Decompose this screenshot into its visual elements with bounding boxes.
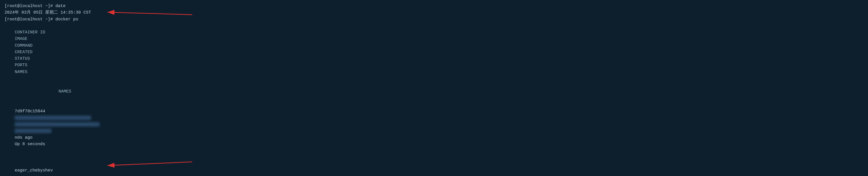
col-header-container-id: CONTAINER ID [15,29,59,36]
line-date-output: 2024年 03月 05日 星期二 14:35:30 CST [4,9,864,16]
prompt-dockerps-text: [root@localhost ~]# docker ps [4,17,78,22]
col-header-image: IMAGE [15,36,94,42]
line-prompt-date: [root@localhost ~]# date [4,3,864,9]
line-prompt-dockerps: [root@localhost ~]# docker ps [4,16,864,23]
terminal-window: [root@localhost ~]# date 2024年 03月 05日 星… [0,0,868,176]
names-indent-label: NAMES [59,89,71,94]
col-header-created: CREATED [15,49,71,55]
row1-created-suffix: nds ago [15,135,40,141]
col-header-command: COMMAND [15,42,190,49]
row1-status: Up 8 seconds [15,141,80,147]
row1-image-blur: ​ [15,116,91,120]
row1-name: eager_chebyshev [15,168,53,173]
table-header-names-indent: NAMES [4,82,864,101]
table-row-1-line2: eager_chebyshev [4,154,864,176]
col-header-ports: PORTS [15,62,114,68]
table-row-1-line1: 7d9f78c15844 ​ ​ ​ nds ago Up 8 seconds [4,101,864,154]
col-header-status: STATUS [15,55,80,62]
table-header-row: CONTAINER ID IMAGE COMMAND CREATED STATU… [4,23,864,82]
row1-created-blur: ​ [15,129,52,133]
row1-command-blur: ​ [15,122,99,126]
row1-id: 7d9f78c15844 [15,108,59,115]
prompt-date-text: [root@localhost ~]# date [4,4,66,8]
col-header-names: NAMES [15,69,27,75]
date-output-text: 2024年 03月 05日 星期二 14:35:30 CST [4,10,91,15]
